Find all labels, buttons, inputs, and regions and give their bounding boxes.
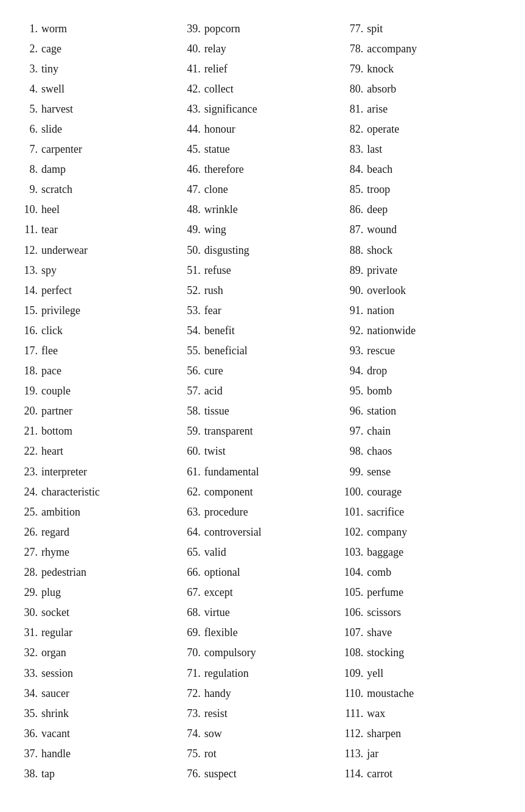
item-word: relief bbox=[204, 61, 228, 77]
item-number: 22. bbox=[18, 443, 41, 459]
item-word: transparent bbox=[204, 423, 253, 439]
list-item: 52.rush bbox=[181, 280, 344, 300]
item-number: 53. bbox=[181, 303, 204, 318]
list-item: 105.perfume bbox=[344, 583, 507, 603]
item-word: sharpen bbox=[367, 726, 401, 741]
item-word: overlook bbox=[367, 282, 406, 298]
item-number: 102. bbox=[344, 524, 367, 540]
item-number: 72. bbox=[181, 685, 204, 701]
item-number: 41. bbox=[181, 61, 204, 77]
list-item: 91.nation bbox=[344, 300, 507, 320]
item-number: 28. bbox=[18, 564, 41, 580]
item-word: comb bbox=[367, 564, 391, 580]
item-word: cure bbox=[204, 363, 223, 379]
item-word: plug bbox=[41, 584, 61, 600]
item-word: baggage bbox=[367, 544, 403, 560]
item-word: disgusting bbox=[204, 242, 249, 258]
item-word: virtue bbox=[204, 604, 230, 620]
item-number: 33. bbox=[18, 665, 41, 681]
list-item: 83.last bbox=[344, 139, 507, 159]
item-word: optional bbox=[204, 564, 240, 580]
list-item: 113.jar bbox=[344, 743, 507, 763]
item-word: courage bbox=[367, 484, 402, 500]
item-number: 48. bbox=[181, 201, 204, 217]
list-item: 39.popcorn bbox=[181, 18, 344, 38]
item-word: bottom bbox=[41, 423, 72, 439]
list-item: 84.beach bbox=[344, 159, 507, 180]
list-item: 76.suspect bbox=[181, 763, 344, 783]
list-item: 29.plug bbox=[18, 583, 181, 603]
item-word: refuse bbox=[204, 262, 231, 278]
item-word: tap bbox=[41, 766, 55, 782]
item-number: 21. bbox=[18, 423, 41, 439]
list-item: 30.socket bbox=[18, 603, 181, 623]
list-item: 50.disgusting bbox=[181, 240, 344, 260]
word-list-container: 1.worm2.cage3.tiny4.swell5.harvest6.slid… bbox=[12, 18, 513, 784]
list-item: 100.courage bbox=[344, 481, 507, 502]
item-word: carpenter bbox=[41, 141, 82, 157]
list-item: 79.knock bbox=[344, 58, 507, 79]
item-word: suspect bbox=[204, 766, 237, 782]
item-number: 114. bbox=[344, 766, 367, 782]
list-item: 33.session bbox=[18, 663, 181, 683]
item-word: honour bbox=[204, 121, 235, 137]
item-number: 77. bbox=[344, 21, 367, 37]
list-item: 80.absorb bbox=[344, 79, 507, 99]
list-item: 70.compulsory bbox=[181, 643, 344, 663]
list-item: 85.troop bbox=[344, 180, 507, 200]
list-item: 108.stocking bbox=[344, 643, 507, 663]
item-word: station bbox=[367, 403, 396, 419]
list-item: 42.collect bbox=[181, 79, 344, 99]
list-item: 2.cage bbox=[18, 38, 181, 58]
list-item: 6.slide bbox=[18, 119, 181, 139]
item-word: wing bbox=[204, 222, 226, 237]
list-item: 96.station bbox=[344, 401, 507, 421]
list-item: 68.virtue bbox=[181, 603, 344, 623]
list-item: 22.heart bbox=[18, 441, 181, 461]
item-number: 13. bbox=[18, 262, 41, 278]
item-word: regulation bbox=[204, 665, 249, 681]
item-word: last bbox=[367, 141, 382, 157]
item-number: 62. bbox=[181, 484, 204, 500]
list-item: 73.resist bbox=[181, 703, 344, 723]
item-word: procedure bbox=[204, 504, 248, 520]
list-item: 92.nationwide bbox=[344, 320, 507, 340]
item-number: 49. bbox=[181, 222, 204, 237]
list-item: 31.regular bbox=[18, 623, 181, 643]
item-number: 108. bbox=[344, 645, 367, 660]
item-number: 100. bbox=[344, 484, 367, 500]
item-word: resist bbox=[204, 705, 228, 721]
list-item: 77.spit bbox=[344, 18, 507, 38]
item-word: bomb bbox=[367, 383, 392, 399]
item-word: accompany bbox=[367, 41, 417, 57]
list-item: 60.twist bbox=[181, 441, 344, 461]
list-item: 8.damp bbox=[18, 159, 181, 180]
item-number: 85. bbox=[344, 181, 367, 197]
item-word: collect bbox=[204, 81, 234, 97]
item-word: therefore bbox=[204, 161, 244, 177]
item-word: company bbox=[367, 524, 407, 540]
list-item: 65.valid bbox=[181, 542, 344, 562]
item-number: 50. bbox=[181, 242, 204, 258]
item-word: jar bbox=[367, 746, 378, 761]
item-number: 24. bbox=[18, 484, 41, 500]
item-word: socket bbox=[41, 604, 69, 620]
item-word: tiny bbox=[41, 61, 58, 77]
item-number: 30. bbox=[18, 604, 41, 620]
list-item: 14.perfect bbox=[18, 280, 181, 300]
item-word: cage bbox=[41, 41, 61, 57]
item-number: 66. bbox=[181, 564, 204, 580]
item-number: 61. bbox=[181, 464, 204, 480]
item-word: handle bbox=[41, 746, 71, 761]
item-number: 96. bbox=[344, 403, 367, 419]
item-number: 78. bbox=[344, 41, 367, 57]
item-word: harvest bbox=[41, 101, 73, 117]
item-number: 10. bbox=[18, 201, 41, 217]
item-number: 109. bbox=[344, 665, 367, 681]
item-number: 2. bbox=[18, 41, 41, 57]
item-number: 68. bbox=[181, 604, 204, 620]
item-number: 18. bbox=[18, 363, 41, 379]
list-item: 41.relief bbox=[181, 58, 344, 79]
list-item: 74.sow bbox=[181, 723, 344, 743]
item-word: valid bbox=[204, 544, 226, 560]
